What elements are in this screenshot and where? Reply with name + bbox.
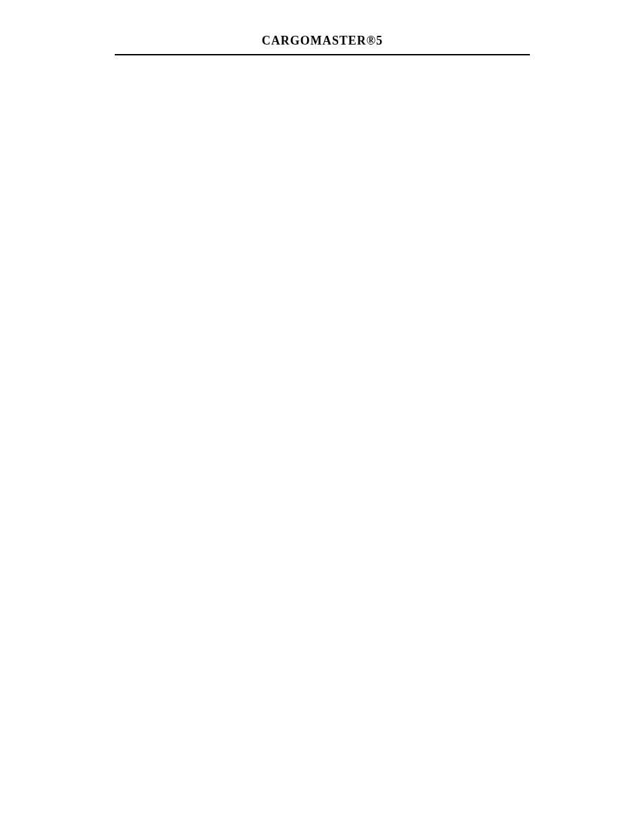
page-header-title: CARGOMASTER®5: [115, 34, 530, 48]
header-rule: [115, 54, 530, 55]
